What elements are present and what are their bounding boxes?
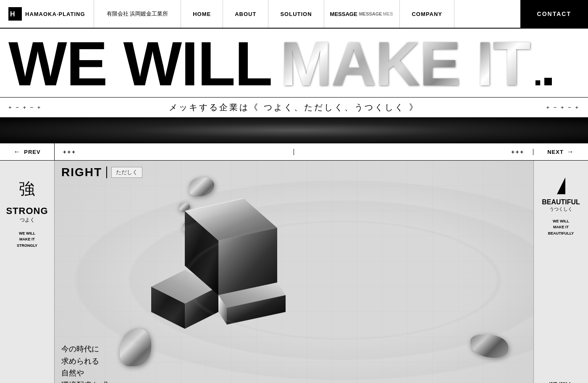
logo-text: HAMAOKA·PLATING [25,11,85,17]
prev-arrow-icon [13,148,21,156]
we-will-label: WE WILL [549,381,572,383]
svg-line-12 [185,198,244,211]
beautiful-icon [557,177,565,194]
nav-message[interactable]: MESSAGE MESSAGE MES [324,0,400,28]
contact-button[interactable]: CONTACT [520,0,588,28]
hero-title: WE WILL MAKE IT . [8,33,580,95]
next-arrow-icon [567,148,574,156]
left-panel: 強 STRONG つよく WE WILLMAKE ITSTRONGLY [0,161,55,383]
svg-marker-7 [185,211,218,295]
strong-icon: 強 [17,177,38,202]
svg-marker-6 [185,198,277,240]
liquid-blob-3 [183,222,196,233]
nav: HOME ABOUT SOLUTION MESSAGE MESSAGE MES … [181,0,520,28]
liquid-blob-4 [120,328,151,366]
svg-marker-4 [151,287,185,329]
bottom-text: 今の時代に 求められる 自然や 環境配慮を 求い... [61,343,123,383]
svg-line-13 [244,198,277,228]
slider-dots-left: +++ [55,149,294,155]
chrome-cube [126,186,302,354]
nav-company[interactable]: COMPANY [400,0,454,28]
logo-icon: H [8,7,22,21]
dark-band [0,118,588,143]
tagline-bar: + − + − + メッキする企業は《 つよく、ただしく、うつくしく 》 + −… [0,97,588,118]
slide-label: RIGHT ただしく [61,166,142,179]
svg-text:強: 強 [19,180,35,198]
liquid-blob-2 [178,203,190,212]
slide-label-divider [106,166,107,178]
strong-label: STRONG [6,206,48,217]
prev-button[interactable]: PREV [0,143,55,160]
center-panel: RIGHT ただしく [55,161,533,383]
liquid-blob-1 [189,177,214,196]
header: H HAMAOKA·PLATING 有限会社 浜岡鍍金工業所 HOME ABOU… [0,0,588,29]
nav-solution[interactable]: SOLUTION [268,0,324,28]
strong-sub: WE WILLMAKE ITSTRONGLY [17,230,37,248]
strong-kanji-icon: 強 [17,177,38,198]
beautiful-sub: WE WILLMAKE ITBEAUTIFULLY [548,218,574,236]
liquid-blob-5 [470,335,508,358]
slider-dots-right: +++ [294,149,533,155]
svg-marker-10 [218,295,227,325]
tagline-text: メッキする企業は《 つよく、ただしく、うつくしく 》 [169,102,419,113]
svg-marker-3 [151,270,218,304]
beautiful-label: BEAUTIFUL [542,198,580,206]
svg-marker-11 [227,295,286,325]
slider-controls: PREV +++ +++ NEXT [0,143,588,161]
hero-text-black: WE WILL [8,33,272,95]
tagline-deco-left: + − + − + [8,104,42,111]
nav-home[interactable]: HOME [181,0,223,28]
slide-label-text: RIGHT [61,166,102,179]
nav-about[interactable]: ABOUT [223,0,268,28]
hero-text-chrome: MAKE IT [280,33,530,95]
right-panel: BEAUTIFUL うつくしく WE WILLMAKE ITBEAUTIFULL… [533,161,588,383]
svg-marker-5 [185,287,218,329]
main-content: 強 STRONG つよく WE WILLMAKE ITSTRONGLY RIGH… [0,161,588,383]
slide-label-tag: ただしく [111,167,142,178]
hero-section: WE WILL MAKE IT . [0,29,588,97]
company-name-jp: 有限会社 浜岡鍍金工業所 [94,0,181,28]
logo-area: H HAMAOKA·PLATING [0,0,94,28]
next-button[interactable]: NEXT [533,143,588,160]
beautiful-jp: うつくしく [549,206,572,212]
hero-period: . [533,57,542,91]
svg-marker-9 [218,283,286,308]
tagline-deco-right: + − + − + [546,104,580,111]
svg-marker-8 [218,228,277,295]
svg-text:H: H [10,11,15,18]
strong-jp: つよく [20,217,35,224]
hero-period-box [544,78,552,85]
